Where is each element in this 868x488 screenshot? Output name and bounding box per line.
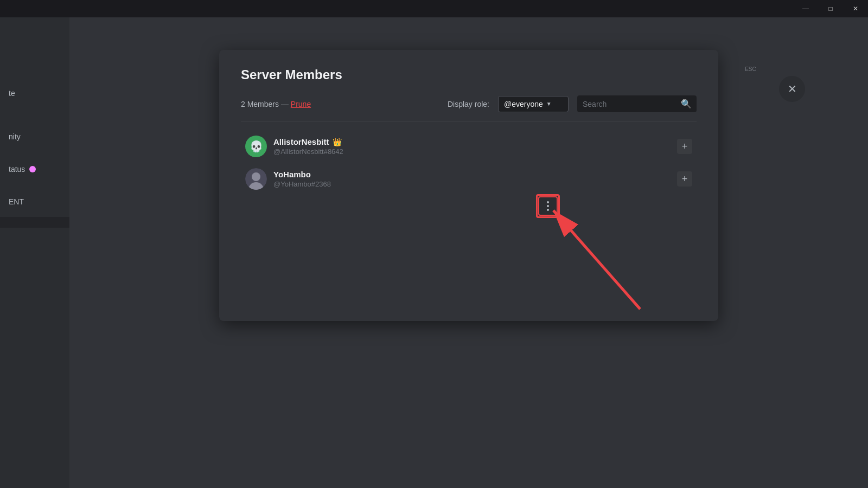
kebab-dot-2 [547, 205, 549, 207]
member-row[interactable]: 💀 AllistorNesbitt 👑 @AllistorNesbitt#864… [241, 130, 697, 163]
crown-icon: 👑 [333, 138, 342, 146]
search-icon: 🔍 [681, 99, 692, 108]
search-icon-button[interactable]: 🔍 [681, 99, 692, 109]
divider [241, 121, 697, 121]
role-value: @everyone [504, 100, 543, 108]
member-1-tag: @AllistorNesbitt#8642 [273, 147, 671, 156]
modal-close-area: ✕ ESC [750, 63, 762, 72]
modal-toolbar: 2 Members — Prune Display role: @everyon… [241, 95, 697, 112]
esc-label: ESC [745, 66, 756, 72]
discord-avatar-icon: 💀 [245, 136, 267, 157]
members-count: 2 Members — Prune [241, 100, 311, 108]
server-members-modal: Server Members 2 Members — Prune Display… [219, 50, 718, 321]
search-container: 🔍 [577, 95, 697, 112]
member-2-add-role-button[interactable]: + [677, 171, 692, 187]
member-1-info: AllistorNesbitt 👑 @AllistorNesbitt#8642 [273, 137, 671, 156]
member-2-tag: @YoHambo#2368 [273, 180, 671, 188]
maximize-button[interactable]: □ [818, 0, 843, 17]
member-2-avatar [245, 168, 267, 190]
display-role-label: Display role: [448, 100, 489, 108]
member-2-name: YoHambo [273, 170, 671, 179]
status-indicator [29, 166, 36, 172]
titlebar: — □ ✕ [0, 0, 868, 17]
prune-button[interactable]: Prune [291, 100, 311, 108]
kebab-dot-1 [547, 201, 549, 203]
status-label: tatus [9, 165, 25, 174]
member-1-name: AllistorNesbitt 👑 [273, 137, 671, 146]
user-photo-icon [245, 168, 267, 190]
main-content: Server Members 2 Members — Prune Display… [69, 17, 868, 488]
role-dropdown[interactable]: @everyone ▼ [498, 96, 569, 112]
window-close-button[interactable]: ✕ [843, 0, 868, 17]
sidebar-item-ent[interactable]: ENT [0, 191, 69, 213]
sidebar: te nity tatus ENT [0, 17, 69, 488]
sidebar-item-1[interactable]: te [0, 82, 69, 104]
member-1-avatar: 💀 [245, 136, 267, 157]
chevron-down-icon: ▼ [546, 101, 552, 107]
member-2-kebab-button[interactable] [538, 196, 558, 216]
kebab-dot-3 [547, 209, 549, 211]
search-input[interactable] [583, 100, 678, 108]
modal-close-button[interactable]: ✕ [779, 76, 805, 102]
member-1-add-role-button[interactable]: + [677, 139, 692, 154]
member-row[interactable]: YoHambo @YoHambo#2368 + [241, 163, 697, 195]
member-2-info: YoHambo @YoHambo#2368 [273, 170, 671, 188]
modal-title: Server Members [241, 67, 697, 82]
minimize-button[interactable]: — [793, 0, 818, 17]
sidebar-item-community[interactable]: nity [0, 126, 69, 147]
sidebar-item-status[interactable]: tatus [0, 158, 69, 180]
